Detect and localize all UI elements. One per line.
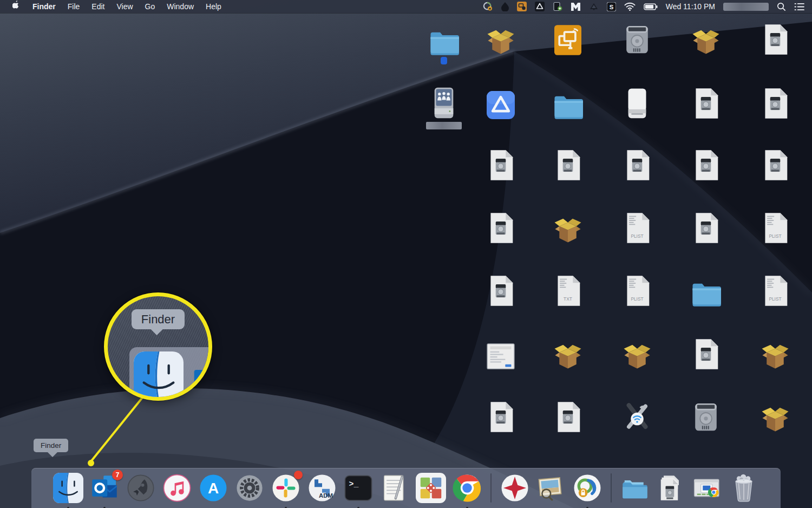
sophos-device-icon[interactable] (553, 0, 562, 13)
screenshot-icon (465, 337, 536, 370)
pkg-icon (532, 211, 604, 244)
malwarebytes-icon[interactable] (571, 0, 581, 13)
svg-text:ADM: ADM (319, 492, 333, 499)
desktop-icon-pkg-4[interactable] (670, 23, 742, 57)
desktop-icon-folder-25[interactable] (670, 274, 742, 308)
menu-clock[interactable]: Wed 11:10 PM (666, 2, 715, 11)
apple-logo-icon (12, 0, 21, 10)
svg-text:PLIST: PLIST (769, 233, 781, 239)
svg-text:PLIST: PLIST (769, 296, 781, 302)
desktop-icon-dameware-app-2[interactable] (532, 23, 604, 57)
menu-item-view[interactable]: View (110, 0, 139, 13)
dmg-icon (670, 337, 742, 370)
dock-item-documents-stack[interactable] (656, 473, 686, 503)
desktop-icon-dmg-17[interactable] (465, 211, 536, 245)
apple-menu[interactable] (6, 0, 27, 14)
dock-item-adm[interactable]: ADM (307, 473, 337, 503)
desktop-icon-hdd-35[interactable] (670, 400, 742, 434)
desktop-icon-folder-8[interactable] (532, 87, 604, 121)
dmg-icon (739, 87, 811, 119)
sophos-shield-icon[interactable]: S (607, 0, 616, 13)
dmg-icon (670, 87, 742, 119)
desktop-icon-dmg-12[interactable] (465, 148, 536, 183)
menu-item-go[interactable]: Go (139, 0, 161, 13)
dock-item-minimized-chrome-window[interactable] (692, 473, 723, 503)
desktop-icon-dmg-13[interactable] (532, 148, 604, 183)
dock-item-system-preferences[interactable] (234, 473, 265, 503)
desktop-icon-plist-19[interactable]: PLIST (601, 211, 673, 245)
spotlight-search-icon[interactable] (777, 0, 786, 13)
dock-item-slack[interactable] (271, 473, 301, 503)
dock-item-app-store[interactable]: A (198, 473, 228, 503)
google-drive-icon[interactable] (535, 0, 545, 13)
dock-item-finder[interactable] (53, 473, 83, 503)
desktop-icon-plist-24[interactable]: PLIST (601, 274, 673, 308)
battery-icon[interactable] (644, 0, 658, 13)
pkg-icon (465, 23, 536, 55)
desktop-icon-pkg-28[interactable] (532, 337, 604, 372)
dock-item-chrome[interactable] (452, 473, 482, 503)
desktop-icon-plist-26[interactable]: PLIST (739, 274, 811, 308)
desktop-icon-pkg-29[interactable] (601, 337, 673, 372)
desktop-icon-dmg-33[interactable] (532, 400, 604, 434)
desktop-icon-plist-21[interactable]: PLIST (739, 211, 811, 245)
desktop-icon-hdd-3[interactable] (601, 23, 673, 57)
dock-item-outlook[interactable]: 7 (89, 473, 120, 503)
desktop-icon-dmg-20[interactable] (670, 211, 742, 245)
desktop-icon-dmg-14[interactable] (601, 148, 673, 183)
dock-item-cisco-anyconnect[interactable] (572, 473, 603, 503)
dmg-icon (601, 148, 673, 181)
dmg-icon (465, 211, 536, 244)
desktop-icon-dmg-5[interactable] (739, 23, 811, 57)
svg-text:>_: >_ (349, 480, 359, 489)
onedrive-icon[interactable] (589, 0, 599, 13)
dmg-icon (465, 400, 536, 433)
desktop-icon-pkg-31[interactable] (739, 337, 811, 372)
dock-item-folder-stack[interactable] (620, 473, 650, 503)
desktop-icon-wdmon-tools-34[interactable] (601, 400, 673, 434)
notification-center-icon[interactable] (794, 0, 804, 13)
dock-item-itunes[interactable] (162, 473, 192, 503)
menu-item-file[interactable]: File (62, 0, 86, 13)
notification-badge: 7 (112, 470, 123, 480)
menu-item-window[interactable]: Window (161, 0, 200, 13)
desktop-icon-dmg-15[interactable] (670, 148, 742, 183)
desktop-icon-dmg-16[interactable] (739, 148, 811, 183)
backblaze-icon[interactable] (501, 0, 509, 13)
dock-item-trash[interactable] (729, 473, 759, 503)
desktop-icon-screenshot-27[interactable] (465, 337, 536, 372)
desktop-icon-dmg-22[interactable] (465, 274, 536, 308)
desktop-icon-pkg-18[interactable] (532, 211, 604, 245)
desktop-icon-pkg-36[interactable] (739, 400, 811, 434)
dmg-icon (465, 148, 536, 181)
desktop-icon-dmg-30[interactable] (670, 337, 742, 372)
dmg-icon (670, 148, 742, 181)
dock-item-textedit[interactable] (379, 473, 410, 503)
menu-username-redacted (723, 3, 769, 11)
dock-item-launchpad[interactable] (126, 473, 156, 503)
wdmon-tools-icon (601, 400, 673, 433)
plist-icon: PLIST (739, 274, 811, 307)
dock-item-preview[interactable] (536, 473, 566, 503)
dock-item-terminal[interactable]: >_ (343, 473, 374, 503)
anyconnect-vpn-icon[interactable] (482, 0, 493, 13)
dock-item-self-service[interactable] (416, 473, 446, 503)
dock-item-red-cross-app[interactable] (500, 473, 530, 503)
desktop-icon-txt-23[interactable]: TXT (532, 274, 604, 308)
menu-app-name[interactable]: Finder (27, 0, 62, 13)
desktop-icon-dmg-10[interactable] (670, 87, 742, 121)
desktop-icon-dmg-11[interactable] (739, 87, 811, 121)
desktop-icon-pkg-1[interactable] (465, 23, 536, 57)
svg-text:TXT: TXT (564, 296, 572, 302)
wifi-icon[interactable] (624, 0, 636, 13)
dameware-icon[interactable] (517, 0, 527, 13)
desktop-icon-dmg-32[interactable] (465, 400, 536, 434)
pkg-icon (739, 400, 811, 433)
menu-item-help[interactable]: Help (200, 0, 227, 13)
desktop-icon-google-drive-7[interactable] (465, 87, 536, 121)
menu-item-edit[interactable]: Edit (86, 0, 110, 13)
svg-text:PLIST: PLIST (631, 296, 643, 302)
callout-finder-tooltip: Finder (132, 309, 185, 329)
desktop-icon-hdd-light-9[interactable] (601, 87, 673, 121)
dock-finder-tooltip: Finder (34, 439, 68, 452)
